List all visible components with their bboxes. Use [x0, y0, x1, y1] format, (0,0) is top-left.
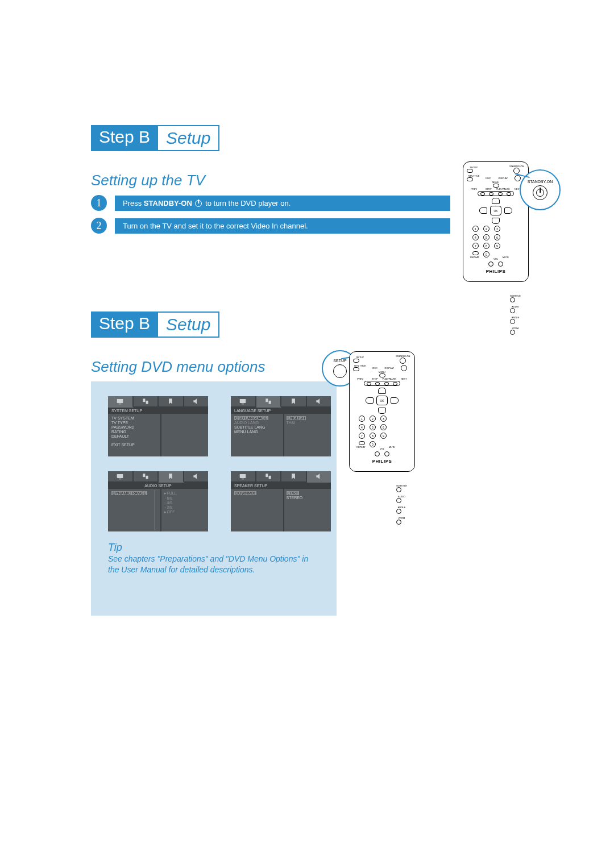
- instruction-row-2: 2 Turn on the TV and set it to the corre…: [91, 218, 450, 234]
- step-heading-2: Step B Setup: [91, 312, 529, 338]
- tab-lang-icon: [134, 396, 159, 408]
- label-standby: STANDBY-ON: [395, 355, 411, 358]
- instr-prefix: Press: [123, 199, 144, 207]
- menu-value: 4/8: [167, 501, 173, 505]
- menu-value: THAI: [287, 421, 327, 425]
- menu-item: AUDIO LANG: [234, 421, 281, 425]
- tab-video-icon: [108, 396, 134, 408]
- menu-value: FULL: [167, 491, 177, 495]
- label-prev: PREV: [353, 378, 368, 380]
- ok-button: OK: [376, 396, 388, 405]
- tab-speaker-icon: [184, 396, 209, 408]
- label-audio: AUDIO: [510, 306, 521, 308]
- remote-illustration-2: SETUP SETUP STANDBY-ON RTN.TITLE DISC DI…: [349, 348, 415, 472]
- number-pad: 123 456 789 0: [472, 226, 500, 258]
- svg-rect-6: [265, 398, 268, 402]
- label-zoom: ZOOM: [396, 517, 407, 520]
- power-icon: [536, 189, 544, 197]
- label-repeat: REPEAT: [470, 256, 479, 259]
- instruction-text-2: Turn on the TV and set it to the correct…: [115, 218, 450, 234]
- osd-banner: SYSTEM SETUP: [108, 408, 208, 414]
- tip-body: See chapters "Preparations" and "DVD Men…: [108, 554, 320, 575]
- svg-rect-13: [242, 479, 244, 479]
- ok-button: OK: [490, 206, 501, 215]
- instr-bold: STANDBY-ON: [144, 199, 192, 207]
- menu-item-selected: DOWNMIX: [234, 491, 256, 495]
- tab-lang-icon: [256, 396, 282, 408]
- tip-heading: Tip: [108, 542, 320, 554]
- label-prev: PREV: [467, 188, 482, 190]
- svg-rect-14: [265, 474, 268, 477]
- label-menu: MENU: [467, 181, 525, 184]
- label-disc: DISC: [368, 367, 381, 369]
- menu-item: TV TYPE: [111, 421, 158, 425]
- step-label: Step B: [91, 312, 158, 338]
- svg-rect-8: [117, 474, 123, 478]
- remote-illustration-1: SETUP STANDBY-ON RTN.TITLE DISC DISPLAY …: [463, 161, 529, 282]
- label-display: DISPLAY: [383, 367, 396, 369]
- label-menu: MENU: [353, 371, 411, 373]
- svg-rect-9: [119, 479, 122, 479]
- brand-logo: PHILIPS: [353, 459, 411, 464]
- section-heading-dvd: Setting DVD menu options: [91, 358, 337, 376]
- label-angle: ANGLE: [396, 506, 407, 509]
- label-subtitle: SUBTITLE: [396, 485, 407, 487]
- instruction-text-1: Press STANDBY-ON to turn the DVD player …: [115, 196, 450, 211]
- label-repeat: REPEAT: [356, 446, 366, 448]
- menu-value: OFF: [167, 510, 175, 514]
- callout-label: STANDBY-ON: [528, 180, 553, 184]
- label-audio: AUDIO: [396, 496, 407, 498]
- step-heading-1: Step B Setup: [91, 125, 529, 151]
- svg-rect-0: [117, 399, 123, 403]
- section-heading-tv: Setting up the TV: [91, 172, 450, 189]
- label-rtntitle: RTN.TITLE: [467, 175, 480, 177]
- menu-item-selected: DYNAMIC RANGE: [111, 491, 147, 495]
- svg-rect-1: [119, 404, 122, 404]
- menu-value: 6/8: [167, 496, 173, 500]
- svg-rect-3: [146, 401, 148, 404]
- svg-rect-4: [240, 399, 246, 403]
- label-display: DISPLAY: [496, 177, 510, 180]
- step-label: Step B: [91, 125, 158, 151]
- label-subtitle: SUBTITLE: [510, 295, 521, 297]
- menu-value-selected: LT/RT: [287, 491, 300, 495]
- osd-banner: SPEAKER SETUP: [231, 483, 331, 489]
- menu-item-selected: OSD LANGUAGE: [234, 416, 268, 420]
- instr-suffix: to turn the DVD player on.: [205, 199, 291, 207]
- label-playpause: PLAY/PAUSE: [496, 188, 511, 190]
- tab-lang-icon: [134, 471, 159, 483]
- label-mute: MUTE: [389, 446, 395, 448]
- number-pad: 123 456 789 0: [359, 416, 387, 447]
- svg-rect-15: [268, 476, 271, 479]
- menu-item: SUBTITLE LANG: [234, 425, 281, 429]
- tab-audio-icon: [281, 396, 307, 408]
- tab-audio-icon: [159, 396, 184, 408]
- callout-label: SETUP: [333, 359, 346, 363]
- label-mute: MUTE: [503, 256, 509, 259]
- label-stop: STOP: [482, 188, 496, 190]
- label-next: NEXT: [397, 378, 412, 380]
- label-standby: STANDBY-ON: [508, 165, 525, 168]
- step-topic: Setup: [158, 312, 219, 338]
- label-disc: DISC: [482, 177, 495, 180]
- svg-rect-5: [242, 404, 244, 404]
- brand-logo: PHILIPS: [467, 269, 525, 274]
- label-playpause: PLAY/PAUSE: [382, 378, 397, 380]
- svg-rect-10: [143, 474, 145, 477]
- osd-language-setup: LANGUAGE SETUP OSD LANGUAGE AUDIO LANG S…: [231, 396, 331, 456]
- tab-video-icon: [231, 396, 256, 408]
- menu-item: PASSWORD: [111, 425, 158, 429]
- osd-audio-setup: AUDIO SETUP DYNAMIC RANGE ▸FULL ·6/8 ·4/…: [108, 471, 208, 531]
- instr-text: Turn on the TV and set it to the correct…: [123, 222, 308, 230]
- tab-speaker-icon: [184, 471, 209, 483]
- menu-value-selected: ENGLISH: [287, 416, 306, 420]
- svg-rect-11: [146, 476, 148, 479]
- step-number-badge: 1: [91, 195, 107, 211]
- osd-system-setup: SYSTEM SETUP TV SYSTEM TV TYPE PASSWORD …: [108, 396, 208, 456]
- menu-value: 2/8: [167, 505, 173, 509]
- svg-rect-7: [268, 401, 271, 404]
- label-angle: ANGLE: [510, 317, 521, 319]
- osd-speaker-setup: SPEAKER SETUP DOWNMIX LT/RT STEREO: [231, 471, 331, 531]
- menu-item: RATING: [111, 430, 158, 434]
- tab-audio-icon: [159, 471, 184, 483]
